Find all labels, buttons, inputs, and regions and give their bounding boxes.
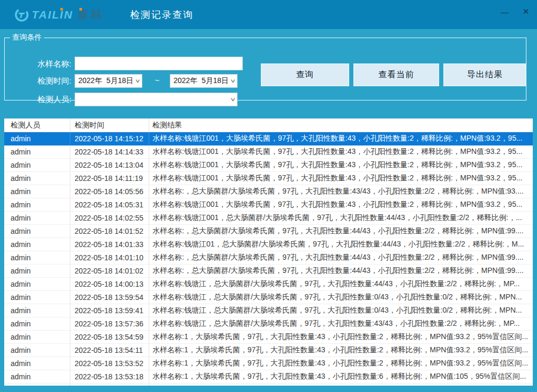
table-row[interactable]: admin2022-05-18 13:54:59水样名称:1，大肠埃希氏菌，97… [4,331,533,344]
table-row[interactable]: admin2022-05-18 14:01:02水样名称:，总大肠菌群/大肠埃希… [4,265,533,278]
cell-time: 2022-05-18 13:54:11 [70,344,149,357]
table-body: admin2022-05-18 14:15:12水样名称:钱塘江001，大肠埃希… [4,132,533,386]
minimize-button[interactable]: — [498,5,512,19]
sample-name-input[interactable] [75,57,243,70]
chevron-down-icon: ˅ [230,78,235,84]
logo-accent-dot [60,8,63,11]
table-row[interactable]: admin2022-05-18 13:57:36水样名称:钱塘江，总大肠菌群/大… [4,317,533,331]
column-header-operator[interactable]: 检测人员 [4,118,70,132]
table-row[interactable]: admin2022-05-18 14:05:56水样名称:，总大肠菌群/大肠埃希… [4,185,533,198]
cell-time: 2022-05-18 14:01:33 [70,238,149,251]
cell-operator: admin [4,291,70,304]
table-row[interactable]: admin2022-05-18 13:54:11水样名称:1，大肠埃希氏菌，97… [4,344,533,357]
date-from-value: 2022年 5月18日 [78,76,133,86]
cell-result: 水样名称:钱塘江001，大肠埃希氏菌，97孔，大孔阳性数量:43，小孔阳性数量:… [149,145,533,158]
brand-logo: TAILIN 泰林 [14,7,105,23]
table-row[interactable]: admin2022-05-18 14:00:13水样名称:钱塘江，总大肠菌群/大… [4,278,533,291]
cell-time: 2022-05-18 14:15:12 [70,132,149,145]
cell-operator: admin [4,304,70,317]
export-results-button[interactable]: 导出结果 [443,63,526,86]
cell-time: 2022-05-18 13:59:54 [70,291,149,304]
cell-result: 水样名称:，总大肠菌群/大肠埃希氏菌，97孔，大孔阳性数量:44/43，小孔阳性… [149,251,533,264]
cell-time: 2022-05-18 13:54:59 [70,331,149,343]
window-title: 检测记录查询 [130,8,194,21]
cell-time: 2022-05-18 14:02:55 [70,212,149,224]
window-controls: — ✕ [498,0,533,23]
query-button[interactable]: 查询 [261,63,349,86]
cell-operator: admin [4,225,70,238]
results-table: 检测人员 检测时间 检测结果 admin2022-05-18 14:15:12水… [4,118,533,386]
cell-time: 2022-05-18 14:11:19 [70,172,149,185]
cell-operator: admin [4,265,70,277]
table-row[interactable]: admin2022-05-18 14:13:04水样名称:钱塘江001，大肠埃希… [4,159,533,172]
cell-time: 2022-05-18 14:00:13 [70,278,149,290]
cell-result: 水样名称:钱塘江001，大肠埃希氏菌，97孔，大孔阳性数量:43，小孔阳性数量:… [149,172,533,185]
table-row[interactable]: admin2022-05-18 13:53:18水样名称:1，大肠埃希氏菌，97… [4,370,533,384]
cell-time: 2022-05-18 14:01:10 [70,251,149,264]
date-range-separator: ~ [155,76,159,85]
table-row[interactable]: admin2022-05-18 13:52:52水样名称:1，大肠埃希氏菌，97… [4,384,533,386]
operator-label: 检测人员: [8,95,71,105]
view-current-button[interactable]: 查看当前 [353,63,439,86]
cell-result: 水样名称:1，大肠埃希氏菌，97孔，大孔阳性数量:43，小孔阳性数量:2，稀释比… [149,357,533,370]
cell-time: 2022-05-18 14:05:56 [70,185,149,198]
table-row[interactable]: admin2022-05-18 14:01:33水样名称:钱塘江01，总大肠菌群… [4,238,533,251]
table-row[interactable]: admin2022-05-18 14:01:10水样名称:，总大肠菌群/大肠埃希… [4,251,533,265]
close-button[interactable]: ✕ [519,5,533,19]
cell-result: 水样名称:1，大肠埃希氏菌，97孔，大孔阳性数量:43，小孔阳性数量:2，稀释比… [149,331,533,343]
cell-result: 水样名称:钱塘江，总大肠菌群/大肠埃希氏菌，97孔，大孔阳性数量:43/43，小… [149,317,533,330]
operator-select[interactable]: ˅ [75,93,238,106]
brand-text-cn: 泰林 [77,9,105,21]
detect-time-label: 检测时间: [8,76,71,86]
table-row[interactable]: admin2022-05-18 13:59:54水样名称:钱塘江，总大肠菌群/大… [4,291,533,304]
cell-operator: admin [4,159,70,171]
date-to-picker[interactable]: 2022年 5月18日 ˅ [170,74,238,88]
cell-result: 水样名称:1，大肠埃希氏菌，97孔，大孔阳性数量:43，小孔阳性数量:6，稀释比… [149,370,533,383]
cell-operator: admin [4,370,70,383]
cell-result: 水样名称:1，大肠埃希氏菌，97孔，大孔阳性数量:44，小孔阳性数量:6，稀释比… [149,384,533,386]
cell-result: 水样名称:，总大肠菌群/大肠埃希氏菌，97孔，大孔阳性数量:43/43，小孔阳性… [149,185,533,198]
table-row[interactable]: admin2022-05-18 14:15:12水样名称:钱塘江001，大肠埃希… [4,132,533,145]
chevron-down-icon: ˅ [230,96,235,103]
date-from-picker[interactable]: 2022年 5月18日 ˅ [75,74,142,88]
cell-operator: admin [4,145,70,158]
cell-operator: admin [4,185,70,198]
cell-time: 2022-05-18 13:57:36 [70,317,149,330]
table-row[interactable]: admin2022-05-18 14:02:55水样名称:钱塘江001，总大肠菌… [4,212,533,225]
cell-operator: admin [4,198,70,211]
brand-text: TAILIN [32,9,73,20]
cell-time: 2022-05-18 14:05:31 [70,198,149,211]
table-row[interactable]: admin2022-05-18 14:05:31水样名称:钱塘江001，大肠埃希… [4,198,533,212]
cell-operator: admin [4,278,70,290]
cell-operator: admin [4,344,70,357]
cell-time: 2022-05-18 13:53:52 [70,357,149,370]
table-row[interactable]: admin2022-05-18 14:14:33水样名称:钱塘江001，大肠埃希… [4,145,533,159]
cell-time: 2022-05-18 14:13:04 [70,159,149,171]
cell-operator: admin [4,384,70,386]
date-to-value: 2022年 5月18日 [174,76,229,86]
cell-operator: admin [4,172,70,185]
cell-result: 水样名称:钱塘江001，总大肠菌群/大肠埃希氏菌，97孔，大孔阳性数量:44/4… [149,212,533,224]
cell-operator: admin [4,251,70,264]
query-panel-legend: 查询条件 [10,33,44,42]
cell-result: 水样名称:钱塘江01，总大肠菌群/大肠埃希氏菌，97孔，大孔阳性数量:44/43… [149,238,533,251]
table-row[interactable]: admin2022-05-18 14:11:19水样名称:钱塘江001，大肠埃希… [4,172,533,185]
table-row[interactable]: admin2022-05-18 14:01:52水样名称:，总大肠菌群/大肠埃希… [4,225,533,238]
cell-result: 水样名称:，总大肠菌群/大肠埃希氏菌，97孔，大孔阳性数量:44/43，小孔阳性… [149,225,533,238]
cell-result: 水样名称:1，大肠埃希氏菌，97孔，大孔阳性数量:43，小孔阳性数量:2，稀释比… [149,344,533,357]
cell-time: 2022-05-18 14:01:02 [70,265,149,277]
table-row[interactable]: admin2022-05-18 13:53:52水样名称:1，大肠埃希氏菌，97… [4,357,533,370]
column-header-time[interactable]: 检测时间 [70,118,149,132]
cell-result: 水样名称:钱塘江，总大肠菌群/大肠埃希氏菌，97孔，大孔阳性数量:44/43，小… [149,278,533,290]
logo-accent-dot [79,8,82,11]
column-header-result[interactable]: 检测结果 [149,118,533,132]
cell-result: 水样名称:钱塘江001，大肠埃希氏菌，97孔，大孔阳性数量:43，小孔阳性数量:… [149,159,533,171]
cell-operator: admin [4,132,70,145]
cell-operator: admin [4,212,70,224]
table-row[interactable]: admin2022-05-18 13:59:41水样名称:钱塘江，总大肠菌群/大… [4,304,533,317]
table-header: 检测人员 检测时间 检测结果 [4,118,533,132]
cell-result: 水样名称:钱塘江，总大肠菌群/大肠埃希氏菌，97孔，大孔阳性数量:0/43，小孔… [149,304,533,317]
cell-time: 2022-05-18 13:59:41 [70,304,149,317]
cell-result: 水样名称:，总大肠菌群/大肠埃希氏菌，97孔，大孔阳性数量:44/43，小孔阳性… [149,265,533,277]
cell-operator: admin [4,317,70,330]
